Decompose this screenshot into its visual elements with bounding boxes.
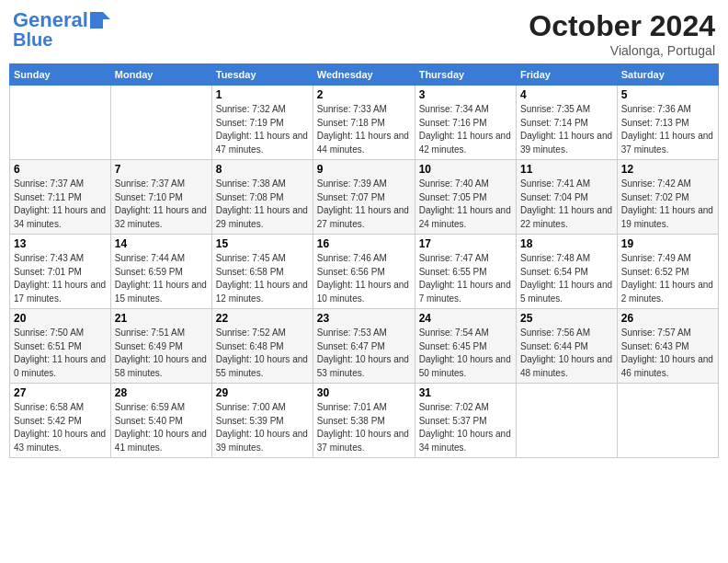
week-row-3: 13Sunrise: 7:43 AMSunset: 7:01 PMDayligh… (10, 235, 719, 309)
calendar-cell: 11Sunrise: 7:41 AMSunset: 7:04 PMDayligh… (516, 160, 617, 235)
calendar-cell: 29Sunrise: 7:00 AMSunset: 5:39 PMDayligh… (211, 384, 313, 458)
calendar-cell: 13Sunrise: 7:43 AMSunset: 7:01 PMDayligh… (10, 235, 111, 309)
day-info: Sunrise: 7:36 AMSunset: 7:13 PMDaylight:… (621, 103, 714, 156)
header-saturday: Saturday (617, 64, 718, 86)
calendar-table: SundayMondayTuesdayWednesdayThursdayFrid… (9, 63, 719, 458)
logo-text: General (13, 9, 88, 31)
day-info: Sunrise: 7:52 AMSunset: 6:48 PMDaylight:… (216, 327, 309, 380)
day-info: Sunrise: 7:42 AMSunset: 7:02 PMDaylight:… (621, 178, 714, 231)
calendar-cell: 6Sunrise: 7:37 AMSunset: 7:11 PMDaylight… (10, 160, 111, 235)
calendar-cell: 30Sunrise: 7:01 AMSunset: 5:38 PMDayligh… (313, 384, 415, 458)
calendar-cell (10, 86, 111, 160)
calendar-cell: 8Sunrise: 7:38 AMSunset: 7:08 PMDaylight… (211, 160, 313, 235)
logo-icon (90, 12, 110, 29)
day-info: Sunrise: 7:45 AMSunset: 6:58 PMDaylight:… (216, 252, 309, 305)
calendar-cell: 26Sunrise: 7:57 AMSunset: 6:43 PMDayligh… (617, 309, 718, 384)
location: Vialonga, Portugal (529, 43, 715, 58)
day-info: Sunrise: 7:49 AMSunset: 6:52 PMDaylight:… (621, 252, 714, 305)
day-info: Sunrise: 7:32 AMSunset: 7:19 PMDaylight:… (216, 103, 309, 156)
day-number: 28 (115, 386, 208, 399)
header-thursday: Thursday (415, 64, 516, 86)
day-info: Sunrise: 7:47 AMSunset: 6:55 PMDaylight:… (419, 252, 512, 305)
header-sunday: Sunday (10, 64, 111, 86)
day-number: 27 (14, 386, 107, 399)
calendar-cell: 14Sunrise: 7:44 AMSunset: 6:59 PMDayligh… (110, 235, 211, 309)
calendar-cell (516, 384, 617, 458)
week-row-5: 27Sunrise: 6:58 AMSunset: 5:42 PMDayligh… (10, 384, 719, 458)
day-number: 13 (14, 237, 107, 250)
header-monday: Monday (110, 64, 211, 86)
day-info: Sunrise: 7:01 AMSunset: 5:38 PMDaylight:… (317, 401, 411, 454)
day-info: Sunrise: 7:35 AMSunset: 7:14 PMDaylight:… (520, 103, 613, 156)
day-number: 30 (317, 386, 411, 399)
day-number: 31 (419, 386, 512, 399)
day-info: Sunrise: 7:53 AMSunset: 6:47 PMDaylight:… (317, 327, 411, 380)
day-number: 21 (115, 312, 208, 325)
day-info: Sunrise: 6:59 AMSunset: 5:40 PMDaylight:… (115, 401, 208, 454)
day-number: 24 (419, 312, 512, 325)
day-info: Sunrise: 7:50 AMSunset: 6:51 PMDaylight:… (14, 327, 107, 380)
day-info: Sunrise: 7:57 AMSunset: 6:43 PMDaylight:… (621, 327, 714, 380)
day-info: Sunrise: 7:34 AMSunset: 7:16 PMDaylight:… (419, 103, 512, 156)
calendar-cell: 15Sunrise: 7:45 AMSunset: 6:58 PMDayligh… (211, 235, 313, 309)
day-number: 26 (621, 312, 714, 325)
calendar-cell: 2Sunrise: 7:33 AMSunset: 7:18 PMDaylight… (313, 86, 415, 160)
day-info: Sunrise: 7:37 AMSunset: 7:11 PMDaylight:… (14, 178, 107, 231)
calendar-cell (617, 384, 718, 458)
calendar-cell: 16Sunrise: 7:46 AMSunset: 6:56 PMDayligh… (313, 235, 415, 309)
day-number: 29 (216, 386, 309, 399)
day-number: 11 (520, 163, 613, 176)
day-number: 16 (317, 237, 411, 250)
calendar-cell: 18Sunrise: 7:48 AMSunset: 6:54 PMDayligh… (516, 235, 617, 309)
day-number: 7 (115, 163, 208, 176)
day-number: 3 (419, 88, 512, 101)
day-number: 20 (14, 312, 107, 325)
logo: General Blue (13, 9, 110, 50)
month-title: October 2024 (529, 9, 715, 43)
calendar-cell: 10Sunrise: 7:40 AMSunset: 7:05 PMDayligh… (415, 160, 516, 235)
calendar-cell: 17Sunrise: 7:47 AMSunset: 6:55 PMDayligh… (415, 235, 516, 309)
day-info: Sunrise: 7:02 AMSunset: 5:37 PMDaylight:… (419, 401, 512, 454)
day-number: 12 (621, 163, 714, 176)
day-info: Sunrise: 7:56 AMSunset: 6:44 PMDaylight:… (520, 327, 613, 380)
calendar-cell: 28Sunrise: 6:59 AMSunset: 5:40 PMDayligh… (110, 384, 211, 458)
calendar-cell: 19Sunrise: 7:49 AMSunset: 6:52 PMDayligh… (617, 235, 718, 309)
day-number: 15 (216, 237, 309, 250)
day-info: Sunrise: 7:48 AMSunset: 6:54 PMDaylight:… (520, 252, 613, 305)
day-number: 17 (419, 237, 512, 250)
calendar-cell: 25Sunrise: 7:56 AMSunset: 6:44 PMDayligh… (516, 309, 617, 384)
calendar-cell: 9Sunrise: 7:39 AMSunset: 7:07 PMDaylight… (313, 160, 415, 235)
day-info: Sunrise: 6:58 AMSunset: 5:42 PMDaylight:… (14, 401, 107, 454)
days-header-row: SundayMondayTuesdayWednesdayThursdayFrid… (10, 64, 719, 86)
calendar-cell: 3Sunrise: 7:34 AMSunset: 7:16 PMDaylight… (415, 86, 516, 160)
calendar-cell: 4Sunrise: 7:35 AMSunset: 7:14 PMDaylight… (516, 86, 617, 160)
svg-marker-0 (90, 12, 110, 29)
day-info: Sunrise: 7:38 AMSunset: 7:08 PMDaylight:… (216, 178, 309, 231)
calendar-cell: 27Sunrise: 6:58 AMSunset: 5:42 PMDayligh… (10, 384, 111, 458)
week-row-2: 6Sunrise: 7:37 AMSunset: 7:11 PMDaylight… (10, 160, 719, 235)
calendar-cell: 1Sunrise: 7:32 AMSunset: 7:19 PMDaylight… (211, 86, 313, 160)
week-row-4: 20Sunrise: 7:50 AMSunset: 6:51 PMDayligh… (10, 309, 719, 384)
day-number: 25 (520, 312, 613, 325)
calendar-cell: 31Sunrise: 7:02 AMSunset: 5:37 PMDayligh… (415, 384, 516, 458)
calendar-cell: 22Sunrise: 7:52 AMSunset: 6:48 PMDayligh… (211, 309, 313, 384)
day-info: Sunrise: 7:46 AMSunset: 6:56 PMDaylight:… (317, 252, 411, 305)
logo-blue: Blue (13, 29, 52, 50)
day-number: 23 (317, 312, 411, 325)
day-info: Sunrise: 7:00 AMSunset: 5:39 PMDaylight:… (216, 401, 309, 454)
day-info: Sunrise: 7:40 AMSunset: 7:05 PMDaylight:… (419, 178, 512, 231)
day-number: 6 (14, 163, 107, 176)
day-info: Sunrise: 7:51 AMSunset: 6:49 PMDaylight:… (115, 327, 208, 380)
calendar-cell (110, 86, 211, 160)
day-number: 14 (115, 237, 208, 250)
day-number: 8 (216, 163, 309, 176)
day-number: 10 (419, 163, 512, 176)
calendar-cell: 20Sunrise: 7:50 AMSunset: 6:51 PMDayligh… (10, 309, 111, 384)
day-number: 5 (621, 88, 714, 101)
day-info: Sunrise: 7:44 AMSunset: 6:59 PMDaylight:… (115, 252, 208, 305)
header-wednesday: Wednesday (313, 64, 415, 86)
day-number: 2 (317, 88, 411, 101)
calendar-cell: 5Sunrise: 7:36 AMSunset: 7:13 PMDaylight… (617, 86, 718, 160)
day-number: 22 (216, 312, 309, 325)
day-number: 18 (520, 237, 613, 250)
